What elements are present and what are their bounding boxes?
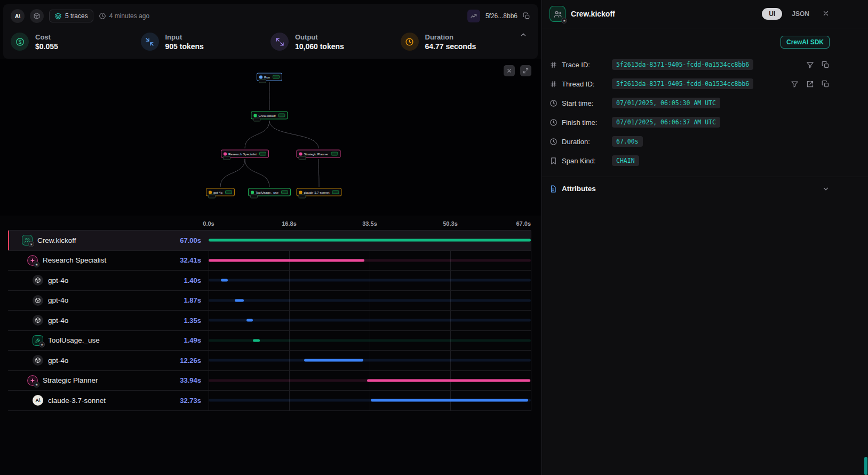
gridline xyxy=(531,231,531,411)
clock-icon xyxy=(550,118,558,126)
tab-ui[interactable]: UI xyxy=(762,8,782,20)
field-value-chip[interactable]: 5f2613da-8371-9405-fcdd-0a1534cc8bb6 xyxy=(612,78,753,89)
graph-node-gpt[interactable]: gpt-4o xyxy=(206,188,235,196)
row-chart-cell xyxy=(209,331,531,351)
field-duration: Duration:67.00s xyxy=(550,132,830,151)
row-chart-cell xyxy=(209,371,531,391)
attributes-section[interactable]: Attributes xyxy=(542,177,868,200)
node-label: Crew.kickoff xyxy=(258,114,275,117)
field-label: Start time: xyxy=(562,99,608,107)
scrollbar-thumb[interactable] xyxy=(864,457,867,475)
row-label-cell: ✳Research Specialist32.41s xyxy=(8,251,209,271)
field-span-kind: Span Kind:CHAIN xyxy=(550,151,830,170)
close-icon xyxy=(822,10,830,17)
provider-mini-badge: ✳ xyxy=(28,241,34,247)
openai-mini-badge: ✳ xyxy=(561,18,567,23)
metrics-trend-icon[interactable] xyxy=(467,10,480,22)
graph-node-crew[interactable]: Crew.kickoff xyxy=(251,112,288,120)
span-track xyxy=(209,359,531,362)
node-label: Research Specialist xyxy=(228,152,257,155)
timeline-row-gpt-4o[interactable]: gpt-4o1.35s xyxy=(8,311,531,331)
timeline-rows: ✳Crew.kickoff67.00s✳Research Specialist3… xyxy=(8,230,531,411)
graph-node-tool[interactable]: ToolUsage._use xyxy=(248,188,291,196)
field-value-chip: 07/01/2025, 06:06:37 AM UTC xyxy=(612,117,720,128)
timeline-row-gpt-4o[interactable]: gpt-4o1.87s xyxy=(8,291,531,311)
collapse-chevron-button[interactable] xyxy=(520,31,527,40)
openai-logo-icon xyxy=(33,12,41,20)
timeline-row-gpt-4o[interactable]: gpt-4o12.26s xyxy=(8,351,531,371)
node-status-pill xyxy=(225,191,232,194)
panel-header: ✳ Crew.kickoff UI JSON xyxy=(542,0,868,28)
axis-tick: 67.0s xyxy=(516,220,531,227)
graph-expand-button[interactable] xyxy=(520,65,531,76)
span-duration: 1.40s xyxy=(184,276,209,284)
filter-icon[interactable] xyxy=(806,61,814,69)
chevron-up-icon xyxy=(520,31,527,38)
copy-icon[interactable] xyxy=(822,80,830,88)
traces-count-label: 5 traces xyxy=(65,12,88,20)
field-label: Span Kind: xyxy=(562,157,608,165)
field-value-chip: CHAIN xyxy=(612,155,639,166)
timeline-row-crew-kickoff[interactable]: ✳Crew.kickoff67.00s xyxy=(8,231,531,251)
node-sub-badge xyxy=(208,195,216,199)
panel-close-button[interactable] xyxy=(822,10,830,19)
row-chart-cell xyxy=(209,231,531,250)
trend-icon xyxy=(470,12,477,20)
clock-icon xyxy=(550,138,558,146)
copy-icon[interactable] xyxy=(822,61,830,69)
topbar: A\ 5 traces 4 minutes ago 5f26...8bb6 xyxy=(3,4,538,28)
span-name: Strategic Planner xyxy=(43,376,98,384)
timeline-row-toolusage-use[interactable]: ✳ToolUsage._use1.49s xyxy=(8,331,531,351)
node-type-icon xyxy=(259,75,262,78)
timeline-row-claude-3-7-sonnet[interactable]: A\claude-3.7-sonnet32.73s xyxy=(8,391,531,411)
node-type-icon xyxy=(299,152,302,155)
timeline-row-research-specialist[interactable]: ✳Research Specialist32.41s xyxy=(8,251,531,271)
timeline-row-strategic-planner[interactable]: ✳Strategic Planner33.94s xyxy=(8,371,531,391)
graph-node-run[interactable]: Run xyxy=(257,73,282,81)
span-duration: 1.49s xyxy=(184,336,209,344)
field-value-chip[interactable]: 5f2613da-8371-9405-fcdd-0a1534cc8bb6 xyxy=(612,59,753,70)
arrows-in-icon xyxy=(141,33,159,51)
graph-close-button[interactable] xyxy=(504,65,515,76)
field-thread-id: Thread ID:5f2613da-8371-9405-fcdd-0a1534… xyxy=(550,74,830,93)
trace-graph[interactable]: RunCrew.kickoffResearch SpecialistStrate… xyxy=(0,59,541,216)
field-value-chip: 07/01/2025, 06:05:30 AM UTC xyxy=(612,98,720,108)
filter-icon[interactable] xyxy=(791,80,799,88)
span-duration: 32.73s xyxy=(180,397,209,405)
clock-icon xyxy=(99,12,106,20)
hash-icon xyxy=(550,80,558,88)
span-name: gpt-4o xyxy=(48,296,68,304)
node-type-icon xyxy=(299,191,302,194)
stat-duration: Duration64.77 seconds xyxy=(401,33,531,51)
agent-icon: ✳ xyxy=(27,375,38,386)
graph-node-strategic[interactable]: Strategic Planner xyxy=(296,150,340,158)
clock-icon xyxy=(401,33,419,51)
tab-json[interactable]: JSON xyxy=(792,10,809,18)
people-icon xyxy=(553,10,562,19)
graph-node-research[interactable]: Research Specialist xyxy=(221,150,269,158)
span-bar xyxy=(235,299,244,302)
openai-icon xyxy=(33,295,43,306)
axis-tick: 16.8s xyxy=(282,220,297,227)
span-bar xyxy=(209,239,531,242)
agent-icon: ✳ xyxy=(27,255,38,266)
span-duration: 1.87s xyxy=(184,296,209,304)
field-label: Trace ID: xyxy=(562,61,608,69)
row-chart-cell xyxy=(209,291,531,311)
traces-count-badge[interactable]: 5 traces xyxy=(49,10,93,22)
node-label: claude-3.7-sonnet xyxy=(304,191,329,194)
timeline-axis: 0.0s16.8s33.5s50.3s67.0s xyxy=(209,216,531,230)
copy-trace-id-icon[interactable] xyxy=(523,12,530,20)
app: A\ 5 traces 4 minutes ago 5f26...8bb6 Co… xyxy=(0,0,868,475)
arrows-out-icon xyxy=(270,33,289,51)
timeline-row-gpt-4o[interactable]: gpt-4o1.40s xyxy=(8,271,531,291)
trace-short-id: 5f26...8bb6 xyxy=(485,12,517,20)
external-icon[interactable] xyxy=(806,80,814,88)
openai-icon xyxy=(33,315,43,326)
row-label-cell: ✳ToolUsage._use1.49s xyxy=(8,331,209,351)
span-name: gpt-4o xyxy=(48,357,68,365)
field-actions xyxy=(806,61,830,69)
span-name: Crew.kickoff xyxy=(37,236,76,244)
graph-node-claude[interactable]: claude-3.7-sonnet xyxy=(296,188,341,196)
span-bar xyxy=(209,259,364,262)
